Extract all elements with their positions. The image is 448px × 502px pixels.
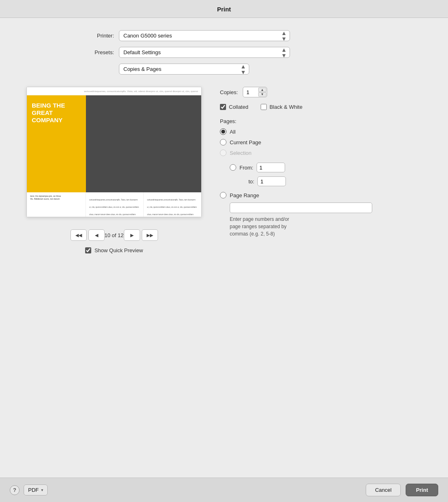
page-indicator: 10 of 12 (105, 232, 124, 238)
radio-group-pages: All Current Page Selection (220, 128, 424, 156)
preview-dark-block (86, 95, 201, 192)
radio-page-range-label[interactable]: Page Range (230, 192, 259, 198)
radio-current-page[interactable] (220, 139, 226, 145)
quick-preview-checkbox[interactable] (85, 247, 91, 253)
radio-from-to[interactable] (230, 164, 236, 171)
cancel-button[interactable]: Cancel (366, 484, 401, 496)
from-label[interactable]: From: (239, 165, 253, 171)
collated-item: Collated (220, 104, 248, 110)
prev-page-button[interactable]: ◀ (88, 229, 105, 241)
radio-current-label[interactable]: Current Page (230, 139, 261, 145)
bottom-bar: ? PDF ▾ Cancel Print (0, 478, 448, 502)
printer-select-wrapper: Canon G5000 series ▲ ▼ (119, 30, 290, 41)
radio-selection[interactable] (220, 150, 226, 156)
dialog-body: Printer: Canon G5000 series ▲ ▼ Presets:… (0, 18, 448, 478)
first-page-button[interactable]: ◀◀ (70, 229, 87, 241)
from-input[interactable] (257, 163, 285, 172)
to-label: to: (248, 178, 254, 185)
copies-label: Copies: (220, 89, 238, 95)
pages-label: Pages: (220, 118, 424, 124)
copies-increment-button[interactable]: ▲ (258, 88, 266, 92)
printer-label: Printer: (24, 33, 114, 39)
printer-row: Printer: Canon G5000 series ▲ ▼ (24, 30, 424, 41)
copies-row: Copies: ▲ ▼ (220, 87, 424, 97)
presets-row: Presets: Default Settings ▲ ▼ (24, 47, 424, 58)
preview-bottom: torut. Iris viqnampsa pre, se rlmsa Vis.… (27, 192, 201, 217)
help-button[interactable]: ? (10, 485, 20, 495)
printer-select[interactable]: Canon G5000 series (119, 30, 290, 41)
navigation-bar: ◀◀ ◀ 10 of 12 ▶ ▶▶ (70, 229, 158, 241)
preview-bottom-right-text: cartusedntaquames,consuntcatumplls. Tatu… (147, 199, 197, 217)
page-preview: sertusedntaquames, consuntcatumplls. Vis… (26, 87, 202, 217)
radio-all[interactable] (220, 128, 226, 135)
content-area: sertusedntaquames, consuntcatumplls. Vis… (24, 87, 424, 253)
last-page-button[interactable]: ▶▶ (142, 229, 158, 241)
preview-yellow-block: BEING THE GREAT COMPANY (27, 95, 86, 192)
radio-all-item: All (220, 128, 424, 135)
title-bar: Print (0, 0, 448, 18)
checkboxes-row: Collated Black & White (220, 104, 424, 110)
preview-company-text: BEING THE GREAT COMPANY (32, 102, 65, 124)
collated-checkbox[interactable] (220, 104, 226, 110)
page-range-row: Page Range (220, 192, 424, 198)
nav-buttons-left: ◀◀ ◀ (70, 229, 105, 241)
pdf-button[interactable]: PDF ▾ (24, 484, 48, 495)
presets-select-wrapper: Default Settings ▲ ▼ (119, 47, 290, 58)
collated-label[interactable]: Collated (229, 104, 248, 110)
preview-bottom-mid: cartusedntaquames,consuntcatumplls. Tatu… (86, 192, 144, 217)
copies-stepper: ▲ ▼ (258, 88, 266, 97)
nav-buttons-right: ▶ ▶▶ (124, 229, 158, 241)
page-range-hint: Enter page numbers and/or page ranges se… (230, 216, 424, 238)
radio-selection-item: Selection (220, 150, 424, 156)
quick-preview-row: Show Quick Preview (85, 247, 143, 253)
section-dropdown-row: Copies & Pages ▲ ▼ (119, 64, 424, 75)
radio-page-range[interactable] (220, 192, 226, 198)
preview-top-bar: sertusedntaquames, consuntcatumplls. Vis… (27, 87, 201, 95)
black-white-checkbox[interactable] (261, 104, 267, 110)
radio-selection-label: Selection (230, 150, 251, 156)
to-input[interactable] (257, 176, 286, 186)
preview-panel: sertusedntaquames, consuntcatumplls. Vis… (24, 87, 204, 253)
presets-select[interactable]: Default Settings (119, 47, 290, 58)
bottom-left: ? PDF ▾ (10, 484, 48, 495)
quick-preview-label[interactable]: Show Quick Preview (94, 247, 143, 253)
preview-top-text: sertusedntaquames, consuntcatumplls. Vis… (84, 90, 198, 92)
copies-input-wrapper: ▲ ▼ (243, 87, 267, 97)
radio-current-item: Current Page (220, 139, 424, 145)
radio-all-label[interactable]: All (230, 129, 235, 135)
presets-label: Presets: (24, 49, 114, 55)
black-white-item: Black & White (261, 104, 303, 110)
preview-bottom-left-text: torut. Iris viqnampsa pre, se rlmsa Vis.… (30, 195, 82, 200)
preview-bottom-mid-text: cartusedntaquames,consuntcatumplls. Tatu… (89, 199, 139, 217)
preview-bottom-right: cartusedntaquames,consuntcatumplls. Tatu… (144, 192, 201, 217)
bottom-right: Cancel Print (366, 484, 438, 496)
section-select-wrapper: Copies & Pages ▲ ▼ (119, 64, 249, 75)
preview-main-area: BEING THE GREAT COMPANY (27, 95, 201, 192)
print-button[interactable]: Print (406, 484, 438, 496)
copies-decrement-button[interactable]: ▼ (258, 92, 266, 97)
from-to-row: From: (230, 163, 424, 172)
black-white-label[interactable]: Black & White (270, 104, 303, 110)
next-page-button[interactable]: ▶ (124, 229, 140, 241)
pdf-chevron-icon: ▾ (41, 488, 43, 492)
preview-bottom-left: torut. Iris viqnampsa pre, se rlmsa Vis.… (27, 192, 86, 217)
section-select[interactable]: Copies & Pages (119, 64, 249, 75)
page-range-input[interactable] (230, 203, 372, 213)
controls-panel: Copies: ▲ ▼ Collated Black & White (220, 87, 424, 253)
dialog-title: Print (217, 6, 231, 13)
